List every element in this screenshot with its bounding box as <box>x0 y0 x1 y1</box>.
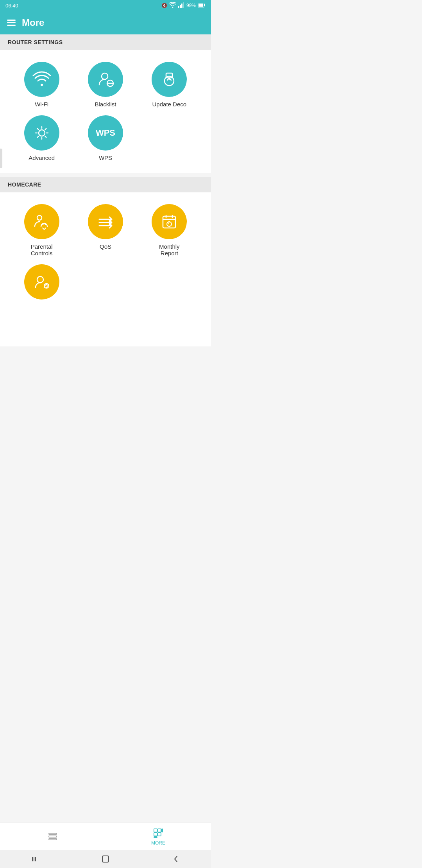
blacklist-icon-circle <box>88 62 123 97</box>
advanced-label: Advanced <box>29 154 55 161</box>
profile-settings-icon-circle <box>24 264 59 299</box>
update-deco-label: Update Deco <box>152 101 187 108</box>
svg-rect-1 <box>180 5 181 8</box>
monthly-report-icon-circle <box>152 204 187 239</box>
parental-controls-item[interactable]: ParentalControls <box>12 204 72 256</box>
monthly-report-item[interactable]: MonthlyReport <box>139 204 199 256</box>
app-header: More <box>0 11 211 34</box>
blacklist-item[interactable]: Blacklist <box>75 62 135 108</box>
svg-rect-5 <box>198 4 203 7</box>
time: 06:40 <box>5 3 18 9</box>
homecare-icon-grid: ParentalControls QoS <box>4 200 207 307</box>
wifi-label: Wi-Fi <box>35 101 48 108</box>
svg-rect-3 <box>183 2 184 8</box>
router-settings-header: ROUTER SETTINGS <box>0 34 211 50</box>
battery-percent: 99% <box>186 3 196 8</box>
qos-icon-circle <box>88 204 123 239</box>
side-indicator <box>0 149 2 168</box>
wps-item[interactable]: WPS WPS <box>75 115 135 161</box>
parental-controls-icon-circle <box>24 204 59 239</box>
wps-icon-circle: WPS <box>88 115 123 151</box>
wps-label: WPS <box>99 154 112 161</box>
blacklist-label: Blacklist <box>95 101 116 108</box>
status-icons: 🔇 99% <box>161 2 206 9</box>
wifi-item[interactable]: Wi-Fi <box>12 62 72 108</box>
svg-point-23 <box>37 276 43 283</box>
homecare-grid: ParentalControls QoS <box>0 192 211 346</box>
parental-controls-label: ParentalControls <box>31 243 53 256</box>
router-settings-grid: Wi-Fi Blacklist <box>0 50 211 173</box>
update-icon-circle <box>152 62 187 97</box>
wifi-icon-circle <box>24 62 59 97</box>
page-title: More <box>22 17 44 28</box>
svg-point-22 <box>167 222 172 226</box>
svg-point-7 <box>102 73 108 79</box>
update-deco-item[interactable]: Update Deco <box>139 62 199 108</box>
signal-bars-icon <box>178 2 184 9</box>
advanced-item[interactable]: Advanced <box>12 115 72 161</box>
wifi-signal-icon <box>169 2 176 9</box>
svg-rect-2 <box>181 4 182 8</box>
homecare-header: HOMECARE <box>0 177 211 192</box>
svg-rect-0 <box>178 6 179 8</box>
svg-point-6 <box>41 84 43 86</box>
svg-point-13 <box>39 130 45 136</box>
menu-button[interactable] <box>7 20 16 26</box>
svg-point-14 <box>37 215 42 220</box>
advanced-icon-circle <box>24 115 59 151</box>
router-icon-grid: Wi-Fi Blacklist <box>4 58 207 165</box>
battery-icon <box>198 3 206 9</box>
mute-icon: 🔇 <box>161 3 167 8</box>
monthly-report-label: MonthlyReport <box>159 243 180 256</box>
wps-text: WPS <box>96 128 115 138</box>
qos-item[interactable]: QoS <box>75 204 135 256</box>
profile-settings-item[interactable] <box>12 264 72 303</box>
qos-label: QoS <box>100 243 111 250</box>
status-bar: 06:40 🔇 99% <box>0 0 211 11</box>
